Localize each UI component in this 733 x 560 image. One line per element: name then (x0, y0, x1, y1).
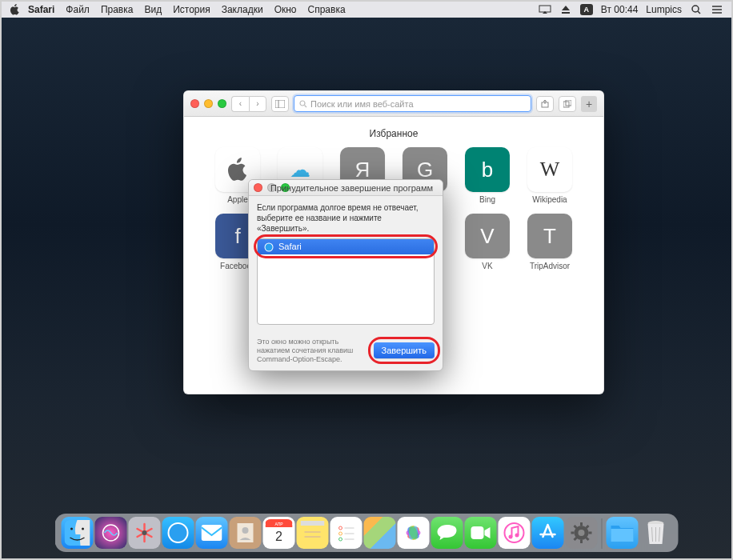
menu-help[interactable]: Справка (308, 4, 346, 15)
menu-view[interactable]: Вид (144, 4, 162, 15)
svg-point-51 (503, 522, 526, 544)
clock[interactable]: Вт 00:44 (601, 4, 638, 15)
close-window-button[interactable] (190, 99, 199, 108)
favorite-vk[interactable]: VVK (460, 214, 515, 270)
force-quit-dialog: Принудительное завершение программ Если … (248, 179, 443, 371)
dock-reminders[interactable] (330, 517, 362, 549)
back-button[interactable]: ‹ (231, 96, 249, 112)
favorite-wikipedia[interactable]: WWikipedia (523, 147, 577, 204)
svg-line-3 (698, 11, 700, 14)
svg-rect-7 (275, 100, 285, 108)
svg-point-53 (509, 535, 513, 539)
force-quit-button[interactable]: Завершить (374, 342, 435, 358)
dock-appstore[interactable] (532, 517, 564, 549)
app-list-row-label: Safari (278, 241, 302, 252)
svg-point-27 (242, 527, 249, 534)
forward-button[interactable]: › (249, 96, 266, 112)
dock-maps[interactable] (364, 517, 396, 549)
input-source-indicator[interactable]: A (580, 4, 593, 15)
dock-downloads[interactable] (607, 517, 639, 549)
dialog-instruction: Если программа долгое время не отвечает,… (257, 202, 435, 234)
menu-file[interactable]: Файл (66, 4, 90, 15)
svg-rect-24 (202, 525, 222, 541)
svg-rect-37 (334, 521, 358, 545)
dock-trash[interactable] (640, 517, 672, 549)
favorite-tripadvisor[interactable]: TTripAdvisor (523, 214, 577, 270)
menu-window[interactable]: Окно (274, 4, 297, 15)
minimize-window-button[interactable] (204, 99, 213, 108)
menu-bookmarks[interactable]: Закладки (222, 4, 263, 15)
dock-siri[interactable] (95, 517, 127, 549)
svg-text:АПР: АПР (274, 522, 283, 526)
dialog-hint: Это окно можно открыть нажатием сочетани… (257, 338, 367, 363)
dock-notes[interactable] (297, 517, 329, 549)
safari-toolbar: ‹ › Поиск или имя веб-сайта + (184, 91, 603, 117)
app-list-row-safari[interactable]: Safari (258, 239, 434, 254)
svg-point-19 (82, 528, 84, 530)
zoom-window-button[interactable] (218, 99, 226, 108)
dock-safari[interactable] (162, 517, 194, 549)
airplay-icon[interactable] (539, 4, 551, 15)
dock-system-preferences[interactable] (566, 517, 598, 549)
new-tab-button[interactable]: + (581, 96, 597, 112)
menubar: Safari Файл Правка Вид История Закладки … (2, 2, 731, 18)
svg-line-10 (305, 105, 307, 107)
favorites-heading: Избранное (194, 128, 594, 139)
dock-calendar[interactable]: АПР2 (263, 517, 295, 549)
search-icon[interactable] (690, 4, 703, 15)
sidebar-button[interactable] (271, 96, 289, 112)
dock-divider (602, 518, 603, 549)
dock: АПР2 (55, 514, 679, 552)
active-app-name[interactable]: Safari (28, 4, 54, 15)
dock-mail[interactable] (196, 517, 228, 549)
search-glyph-icon (299, 100, 307, 108)
notification-center-icon[interactable] (711, 4, 723, 15)
dialog-close-button[interactable] (254, 183, 262, 192)
svg-line-62 (587, 538, 589, 540)
dock-messages[interactable] (431, 517, 463, 549)
svg-point-18 (70, 528, 73, 530)
dock-photos[interactable] (398, 517, 430, 549)
window-controls (190, 99, 226, 108)
dock-launchpad[interactable] (129, 517, 161, 549)
safari-app-icon (264, 242, 274, 252)
svg-rect-50 (471, 526, 484, 539)
svg-point-2 (692, 6, 699, 12)
svg-point-56 (579, 530, 585, 536)
svg-rect-34 (301, 521, 325, 526)
tabs-button[interactable] (559, 96, 576, 112)
dock-contacts[interactable] (230, 517, 262, 549)
dock-facetime[interactable] (465, 517, 497, 549)
eject-icon[interactable] (559, 4, 572, 15)
svg-text:2: 2 (275, 530, 282, 543)
app-list[interactable]: Safari (257, 238, 435, 325)
dock-itunes[interactable] (499, 517, 531, 549)
address-bar[interactable]: Поиск или имя веб-сайта (294, 95, 531, 112)
address-bar-placeholder: Поиск или имя веб-сайта (310, 99, 414, 109)
favorite-bing[interactable]: bBing (460, 147, 515, 204)
svg-point-54 (515, 534, 519, 538)
svg-point-9 (300, 101, 305, 106)
svg-point-21 (142, 530, 147, 535)
svg-line-61 (575, 526, 577, 528)
svg-line-63 (587, 526, 589, 528)
user-name[interactable]: Lumpics (646, 4, 682, 15)
svg-rect-1 (562, 12, 570, 14)
dock-finder[interactable] (62, 517, 94, 549)
dialog-title: Принудительное завершение программ (266, 183, 438, 193)
menu-history[interactable]: История (173, 4, 210, 15)
svg-rect-0 (539, 6, 551, 12)
svg-line-64 (575, 538, 577, 540)
apple-menu-icon[interactable] (10, 4, 20, 15)
share-button[interactable] (536, 96, 554, 112)
menu-edit[interactable]: Правка (101, 4, 134, 15)
